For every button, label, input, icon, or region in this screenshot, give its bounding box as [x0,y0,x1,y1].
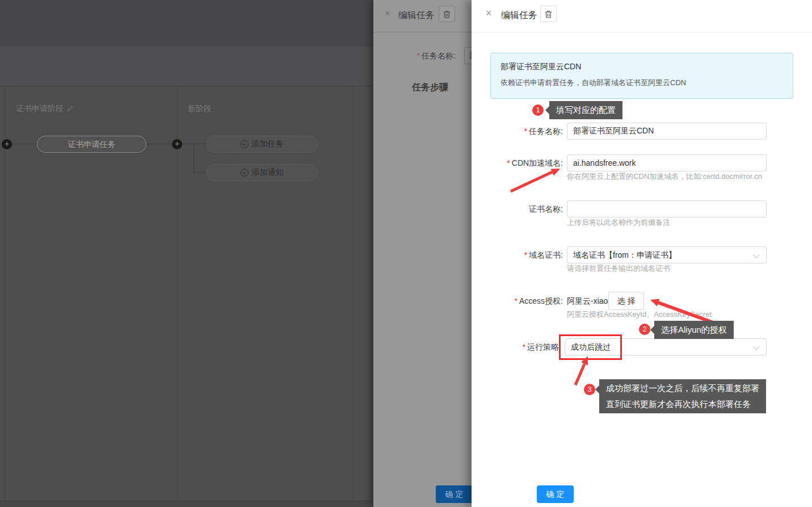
edit-pencil-icon[interactable] [67,104,74,114]
annotation-badge-2: 2 [639,324,650,335]
delete-task-button[interactable] [540,6,557,22]
run-strategy-label: *运行策略 [472,338,559,355]
drawer-title: 编辑任务 [501,10,537,22]
add-task-button[interactable]: + 添加任务 [206,136,318,153]
chevron-down-icon [753,252,759,258]
connector-line [146,144,172,144]
connector-line [182,144,206,144]
confirm-button-underlying[interactable]: 确 定 [436,485,472,503]
required-mark: * [524,127,527,136]
connector-line [193,172,206,173]
red-arrow-annotation-1 [502,165,567,196]
task-node-cert-request[interactable]: 证书申请任务 [37,136,146,153]
edit-task-drawer-underlying: × 编辑任务 *任务名称: 任务步骤 确 定 [373,0,472,507]
delete-task-button[interactable] [439,6,455,22]
alert-description: 依赖证书申请前置任务，自动部署域名证书至阿里云CDN [500,78,783,88]
add-stage-left-button[interactable]: + [2,139,12,149]
cert-name-hint: 上传后将以此名称作为前缀备注 [567,217,670,228]
task-name-label: *任务名称: [472,123,563,140]
stage-title-new-stage: 新阶段 [188,104,212,114]
add-task-label: 添加任务 [252,139,284,149]
cert-name-label: 证书名称: [472,200,563,217]
close-icon[interactable]: × [486,8,492,18]
stage-title-text: 新阶段 [188,104,212,114]
annotation-badge-3: 3 [584,384,595,395]
cdn-domain-hint: 你在阿里云上配置的CDN加速域名，比如:certd.docmirror.cn [567,171,762,182]
annotation-badge-1: 1 [532,104,544,116]
stage-title-cert-request: 证书申请阶段 [16,104,74,114]
cdn-domain-input[interactable] [567,154,767,171]
task-steps-heading: 任务步骤 [412,82,448,94]
domain-cert-select[interactable]: 域名证书【from：申请证书】 [567,246,767,263]
annotation-tooltip-1: 填写对应的配置 [549,101,622,119]
edit-task-drawer: × 编辑任务 部署证书至阿里云CDN 依赖证书申请前置任务，自动部署域名证书至阿… [472,0,812,507]
tooltip-notch [650,326,654,334]
trash-icon [544,10,553,19]
trash-icon [443,10,451,19]
task-name-input[interactable] [464,47,472,64]
tooltip-notch [545,106,549,114]
add-notification-button[interactable]: + 添加通知 [206,164,318,181]
stage-title-text: 证书申请阶段 [16,104,64,114]
domain-cert-hint: 请选择前置任务输出的域名证书 [567,263,670,274]
required-mark: * [515,296,518,305]
close-icon[interactable]: × [385,9,390,18]
cert-name-input[interactable] [567,200,767,217]
domain-cert-label: *域名证书: [472,246,563,263]
annotation-line-1: 成功部署过一次之后，后续不再重复部署 [606,380,759,396]
annotation-tooltip-3: 成功部署过一次之后，后续不再重复部署 直到证书更新才会再次执行本部署任务 [599,379,766,413]
connector-line [193,144,194,173]
task-name-label: *任务名称: [373,47,456,64]
connector-line [12,144,37,144]
access-auth-label: *Access授权: [472,292,563,309]
access-choose-button[interactable]: 选 择 [608,292,644,310]
tooltip-notch [595,386,599,393]
task-name-input[interactable] [567,123,767,140]
drawer-title: 编辑任务 [398,10,435,22]
required-mark: * [523,342,525,351]
plugin-info-alert: 部署证书至阿里云CDN 依赖证书申请前置任务，自动部署域名证书至阿里云CDN [490,53,793,99]
access-auth-value: 阿里云-xiao [567,292,609,309]
circle-plus-icon: + [241,169,249,177]
add-notification-label: 添加通知 [252,167,284,178]
required-mark: * [417,51,420,60]
circle-plus-icon: + [241,140,249,148]
column-divider [353,86,354,501]
annotation-line-2: 直到证书更新才会再次执行本部署任务 [606,396,759,412]
annotation-tooltip-2: 选择Aliyun的授权 [654,321,734,339]
red-arrow-annotation-3 [570,352,599,389]
alert-title: 部署证书至阿里云CDN [500,62,783,72]
confirm-button[interactable]: 确 定 [537,485,574,503]
add-stage-middle-button[interactable]: + [172,139,182,149]
required-mark: * [524,250,527,259]
chevron-down-icon [753,343,759,350]
